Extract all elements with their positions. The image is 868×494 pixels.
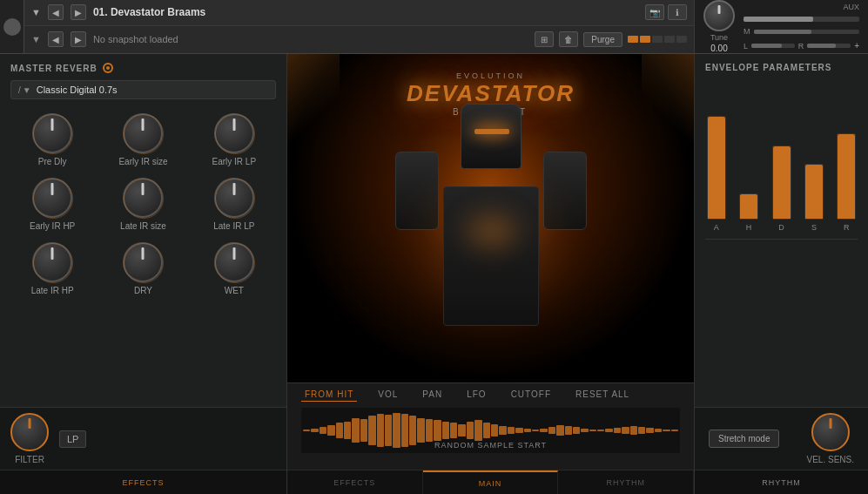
wave-bar-13 <box>409 416 416 444</box>
wave-bar-10 <box>385 415 392 446</box>
level-M-label: M <box>744 27 750 36</box>
snap-next-btn[interactable]: ▶ <box>71 31 86 47</box>
env-label-R: R <box>844 223 850 232</box>
env-bar-R: R <box>836 133 858 232</box>
wave-bar-25 <box>508 427 515 434</box>
nav-main[interactable]: MAIN <box>423 470 559 494</box>
delete-btn[interactable]: 🗑 <box>559 31 578 47</box>
knob-early-ir-size[interactable] <box>123 113 163 153</box>
env-track-H[interactable] <box>739 193 758 220</box>
level-L-bar <box>751 44 782 48</box>
vel-knob[interactable] <box>811 413 850 451</box>
reverb-power-btn[interactable] <box>103 63 113 73</box>
info-btn[interactable]: ℹ <box>668 4 687 20</box>
effects-tab[interactable]: EFFECTS <box>0 470 286 494</box>
tune-label: Tune <box>710 33 728 42</box>
wave-bar-34 <box>581 429 588 433</box>
wave-bar-30 <box>548 427 555 434</box>
purge-bar <box>628 36 687 43</box>
wave-bar-33 <box>573 427 580 434</box>
env-fill-A <box>708 117 725 219</box>
stretch-mode-btn[interactable]: Stretch mode <box>709 430 779 448</box>
filter-label: FILTER <box>15 455 44 464</box>
robot-figure <box>378 104 604 382</box>
wave-bar-43 <box>655 429 662 432</box>
row2-arrow: ▼ <box>31 34 41 44</box>
purge-seg-4 <box>664 36 675 43</box>
center-tab-3[interactable]: LFO <box>463 388 489 402</box>
wave-bar-41 <box>638 427 645 434</box>
nav-prev-btn[interactable]: ◀ <box>48 4 64 20</box>
env-track-S[interactable] <box>804 164 824 220</box>
center-tab-4[interactable]: CUTOFF <box>508 388 555 402</box>
preset-row[interactable]: / ▼ Classic Digital 0.7s <box>10 80 276 99</box>
env-track-R[interactable] <box>837 133 856 220</box>
level-plus-btn[interactable]: + <box>854 41 859 51</box>
knob-wet[interactable] <box>214 242 254 282</box>
waveform-label: RANDOM SAMPLE START <box>434 441 547 450</box>
wave-bar-7 <box>360 419 367 443</box>
envelope-body: ENVELOPE PARAMETERS AHDSR <box>695 54 868 407</box>
knob-label-7: DRY <box>134 286 152 296</box>
knob-late-ir-hp[interactable] <box>32 242 72 282</box>
hero-area: EVOLUTION DEVASTATOR BREAKOUT <box>287 54 694 382</box>
purge-btn[interactable]: Purge <box>583 32 622 47</box>
knob-pre-dly[interactable] <box>32 113 72 153</box>
knob-dry[interactable] <box>123 242 163 282</box>
purge-seg-3 <box>652 36 663 43</box>
wave-bar-45 <box>671 430 678 431</box>
envelope-bars: AHDSR <box>705 83 858 240</box>
knob-early-ir-hp[interactable] <box>32 178 72 218</box>
snapshot-label: No snapshot loaded <box>93 34 178 44</box>
wave-bar-37 <box>605 429 612 432</box>
knob-late-ir-lp[interactable] <box>214 178 254 218</box>
knob-early-ir-lp[interactable] <box>214 113 254 153</box>
nav-rhythm-label: RHYTHM <box>606 478 645 487</box>
env-fill-S <box>805 165 823 219</box>
rhythm-tab[interactable]: RHYTHM <box>695 470 868 494</box>
tune-area: Tune 0.00 AUX M L R + <box>694 0 868 53</box>
nav-effects[interactable]: EFFECTS <box>287 470 423 494</box>
preset-name: Classic Digital 0.7s <box>37 85 268 95</box>
knob-cell-2: Early IR LP <box>192 113 276 167</box>
env-label-S: S <box>811 223 817 232</box>
app-logo <box>3 18 21 36</box>
center-wave: RANDOM SAMPLE START <box>301 408 680 453</box>
wave-bar-23 <box>491 424 498 436</box>
center-tab-2[interactable]: PAN <box>419 388 446 402</box>
knob-label-3: Early IR HP <box>30 221 75 232</box>
wave-bar-29 <box>540 429 547 433</box>
center-bottom-nav: EFFECTS MAIN RHYTHM <box>287 470 694 494</box>
knob-label-1: Early IR size <box>118 157 167 167</box>
filter-type[interactable]: LP <box>59 430 86 448</box>
env-track-A[interactable] <box>707 116 726 220</box>
wave-bar-31 <box>556 425 563 435</box>
knob-cell-7: DRY <box>101 242 185 296</box>
preset-slash-1: / <box>18 85 21 95</box>
title-evolution: EVOLUTION <box>407 71 575 80</box>
rhythm-label: RHYTHM <box>762 478 801 487</box>
left-column: MASTER REVERB / ▼ Classic Digital 0.7s P… <box>0 54 287 494</box>
center-tab-5[interactable]: RESET ALL <box>572 388 633 402</box>
camera-btn[interactable]: 📷 <box>645 4 664 20</box>
reverb-title-text: MASTER REVERB <box>10 64 98 73</box>
nav-next-btn[interactable]: ▶ <box>71 4 86 20</box>
center-tab-0[interactable]: FROM HIT <box>301 388 357 402</box>
center-tab-1[interactable]: VOL <box>374 388 401 402</box>
robot-body <box>443 186 539 326</box>
level-R-label: R <box>798 42 804 51</box>
knob-cell-6: Late IR HP <box>10 242 94 296</box>
nav-rhythm[interactable]: RHYTHM <box>558 470 694 494</box>
wave-bar-5 <box>344 422 351 440</box>
row1-arrow: ▼ <box>31 7 41 17</box>
view-btn[interactable]: ⊞ <box>535 31 554 47</box>
knob-cell-0: Pre Dly <box>10 113 94 167</box>
knob-label-4: Late IR size <box>120 221 166 232</box>
wave-bar-28 <box>532 430 539 432</box>
snap-prev-btn[interactable]: ◀ <box>48 31 64 47</box>
tune-knob[interactable] <box>703 0 735 31</box>
knob-late-ir-size[interactable] <box>123 178 163 218</box>
preset-slash-2: ▼ <box>23 85 31 95</box>
env-track-D[interactable] <box>772 145 791 220</box>
filter-knob[interactable] <box>10 413 49 451</box>
